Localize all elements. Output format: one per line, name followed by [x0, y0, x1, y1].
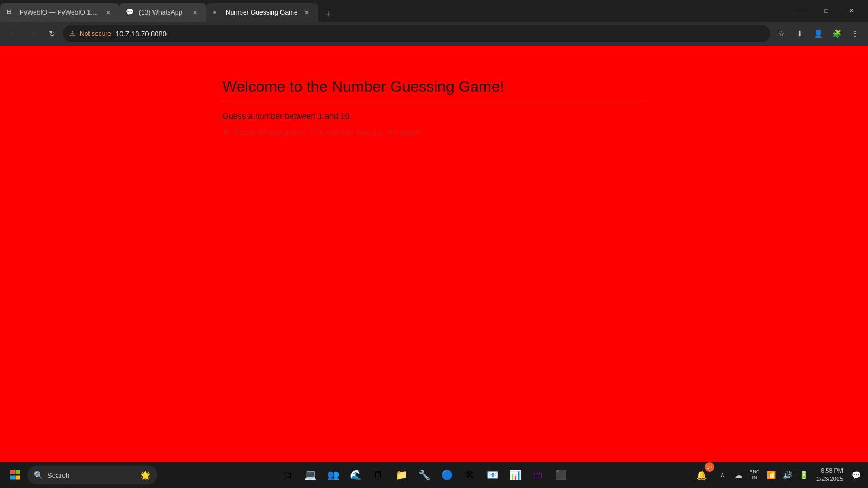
tab-favicon-numguess: ●	[213, 8, 221, 17]
tray-battery-icon[interactable]: 🔋	[796, 464, 811, 486]
downloads-button[interactable]: ⬇	[791, 25, 808, 42]
taskbar-notification-icon[interactable]: 🔔 9+	[691, 464, 712, 486]
tray-language-label[interactable]: ENG IN	[747, 464, 762, 486]
clock-date: 2/23/2025	[816, 475, 843, 483]
svg-rect-0	[10, 470, 15, 474]
tray-wifi-icon[interactable]: 📶	[763, 464, 778, 486]
taskbar-terminal-icon[interactable]: ⬛	[550, 464, 572, 486]
taskbar-edge-icon[interactable]: 🌊	[345, 464, 367, 486]
tab-close-pywebio[interactable]: ✕	[103, 8, 113, 17]
tab-favicon-whatsapp: 💬	[126, 8, 135, 17]
taskbar-teams-icon[interactable]: 👥	[322, 464, 344, 486]
address-bar[interactable]: ⚠ Not secure 10.7.13.70:8080	[63, 25, 770, 42]
svg-rect-1	[16, 470, 20, 474]
security-warning-icon: ⚠	[69, 30, 75, 37]
taskbar: 🔍 Search 🌟 🗂 💻 👥 🌊 🗒 📁	[0, 462, 868, 488]
taskbar-search-bar[interactable]: 🔍 Search 🌟	[27, 466, 157, 484]
settings-button[interactable]: ⋮	[846, 25, 864, 42]
extensions-button[interactable]: 🧩	[828, 25, 845, 42]
profile-button[interactable]: 👤	[809, 25, 827, 42]
taskbar-apps: 🗂 💻 👥 🌊 🗒 📁 🔧 🔵	[158, 464, 690, 486]
tab-pywebio[interactable]: ⊞ PyWebIO — PyWebIO 1.8.3 doc... ✕	[0, 3, 119, 22]
tray-volume-icon[interactable]: 🔊	[780, 464, 795, 486]
title-bar: ⊞ PyWebIO — PyWebIO 1.8.3 doc... ✕ 💬 (13…	[0, 0, 868, 22]
tab-close-whatsapp[interactable]: ✕	[190, 8, 200, 17]
window-controls: — □ ✕	[784, 0, 868, 22]
tab-bar: ⊞ PyWebIO — PyWebIO 1.8.3 doc... ✕ 💬 (13…	[0, 0, 784, 22]
page-title: Welcome to the Number Guessing Game!	[222, 78, 646, 102]
tab-close-numguess[interactable]: ✕	[302, 8, 312, 17]
minimize-button[interactable]: —	[789, 0, 814, 22]
bookmark-button[interactable]: ☆	[773, 25, 790, 42]
start-button[interactable]	[4, 464, 26, 486]
page-inner: Welcome to the Number Guessing Game! Gue…	[212, 78, 656, 137]
taskbar-explorer-icon[interactable]: 🗃	[527, 464, 549, 486]
taskbar-search-icon2: 🌟	[140, 470, 151, 480]
taskbar-search-icon: 🔍	[34, 471, 43, 479]
svg-rect-3	[16, 476, 20, 480]
taskbar-outlook-icon[interactable]: 📧	[482, 464, 503, 486]
page-content: Welcome to the Number Guessing Game! Gue…	[0, 46, 868, 462]
taskbar-notepad-icon[interactable]: 🗒	[368, 464, 390, 486]
system-tray: ∧ ☁ ENG IN 📶 🔊 🔋	[714, 464, 811, 486]
back-button[interactable]: ←	[4, 25, 22, 42]
notification-center-button[interactable]: 💬	[848, 464, 864, 486]
refresh-button[interactable]: ↻	[43, 25, 61, 42]
tab-whatsapp[interactable]: 💬 (13) WhatsApp ✕	[119, 3, 206, 22]
url-text: 10.7.13.70:8080	[116, 30, 764, 38]
clock-time: 6:58 PM	[821, 467, 843, 475]
tray-expand-button[interactable]: ∧	[714, 464, 730, 486]
tab-title-numguess: Number Guessing Game	[226, 9, 298, 16]
svg-rect-2	[10, 476, 15, 480]
navigation-bar: ← → ↻ ⚠ Not secure 10.7.13.70:8080 ☆ ⬇ 👤…	[0, 22, 868, 46]
security-label: Not secure	[80, 30, 111, 37]
error-message: ✕ Oops! Wrong guess. The number was 10. …	[222, 127, 646, 137]
taskbar-tool1-icon[interactable]: 🔧	[413, 464, 435, 486]
nav-right-icons: ☆ ⬇ 👤 🧩 ⋮	[773, 25, 864, 42]
taskbar-folder-icon[interactable]: 📁	[391, 464, 412, 486]
maximize-button[interactable]: □	[814, 0, 839, 22]
taskbar-vscode-icon[interactable]: 💻	[299, 464, 321, 486]
error-text: Oops! Wrong guess. The number was 10. Tr…	[234, 127, 422, 137]
browser-window: ⊞ PyWebIO — PyWebIO 1.8.3 doc... ✕ 💬 (13…	[0, 0, 868, 488]
taskbar-files-icon[interactable]: 🗂	[277, 464, 298, 486]
taskbar-tool2-icon[interactable]: 🛠	[459, 464, 481, 486]
forward-button[interactable]: →	[24, 25, 41, 42]
windows-logo-icon	[10, 470, 20, 480]
error-icon: ✕	[222, 127, 229, 137]
tab-numguess[interactable]: ● Number Guessing Game ✕	[206, 3, 318, 22]
taskbar-right: 🔔 9+ ∧ ☁ ENG IN 📶 🔊 🔋 6:58 PM 2/23/2025 …	[691, 464, 864, 486]
tray-cloud-icon[interactable]: ☁	[731, 464, 746, 486]
system-clock[interactable]: 6:58 PM 2/23/2025	[813, 467, 846, 484]
taskbar-chrome-icon[interactable]: 🔵	[436, 464, 458, 486]
new-tab-button[interactable]: +	[321, 7, 336, 22]
guess-prompt: Guess a number between 1 and 10.	[222, 111, 646, 120]
tab-title-whatsapp: (13) WhatsApp	[139, 9, 186, 16]
close-button[interactable]: ✕	[839, 0, 864, 22]
tab-favicon-pywebio: ⊞	[7, 8, 15, 17]
taskbar-search-label: Search	[47, 471, 69, 479]
notification-badge: 9+	[705, 462, 714, 472]
tab-title-pywebio: PyWebIO — PyWebIO 1.8.3 doc...	[20, 9, 99, 16]
taskbar-powerpoint-icon[interactable]: 📊	[505, 464, 526, 486]
